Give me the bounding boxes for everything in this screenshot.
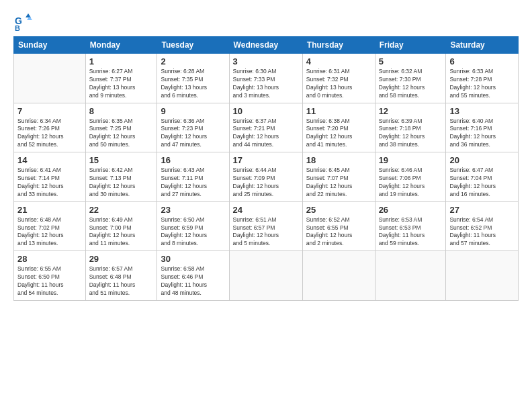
calendar-cell: 25Sunrise: 6:52 AM Sunset: 6:55 PM Dayli… xyxy=(302,201,375,251)
calendar-cell: 7Sunrise: 6:34 AM Sunset: 7:26 PM Daylig… xyxy=(14,103,86,152)
weekday-header-sunday: Sunday xyxy=(14,37,86,54)
calendar-cell: 19Sunrise: 6:46 AM Sunset: 7:06 PM Dayli… xyxy=(375,152,446,202)
day-info: Sunrise: 6:44 AM Sunset: 7:09 PM Dayligh… xyxy=(233,167,299,199)
calendar-cell: 10Sunrise: 6:37 AM Sunset: 7:21 PM Dayli… xyxy=(229,103,302,152)
day-number: 10 xyxy=(233,106,299,116)
day-number: 25 xyxy=(306,205,371,215)
calendar-cell: 13Sunrise: 6:40 AM Sunset: 7:16 PM Dayli… xyxy=(446,103,519,152)
day-number: 26 xyxy=(379,205,443,215)
day-number: 4 xyxy=(306,56,371,66)
calendar-cell: 30Sunrise: 6:58 AM Sunset: 6:46 PM Dayli… xyxy=(157,251,229,301)
day-number: 6 xyxy=(449,56,515,66)
day-info: Sunrise: 6:51 AM Sunset: 6:57 PM Dayligh… xyxy=(233,216,299,248)
day-number: 29 xyxy=(89,254,154,264)
day-info: Sunrise: 6:35 AM Sunset: 7:25 PM Dayligh… xyxy=(89,118,154,150)
day-info: Sunrise: 6:31 AM Sunset: 7:32 PM Dayligh… xyxy=(306,68,371,100)
calendar-cell: 12Sunrise: 6:39 AM Sunset: 7:18 PM Dayli… xyxy=(375,103,446,152)
day-info: Sunrise: 6:33 AM Sunset: 7:28 PM Dayligh… xyxy=(449,68,515,100)
calendar-cell: 4Sunrise: 6:31 AM Sunset: 7:32 PM Daylig… xyxy=(302,54,375,103)
day-number: 8 xyxy=(89,106,154,116)
calendar-cell: 3Sunrise: 6:30 AM Sunset: 7:33 PM Daylig… xyxy=(229,54,302,103)
weekday-header-saturday: Saturday xyxy=(446,37,519,54)
calendar-cell: 17Sunrise: 6:44 AM Sunset: 7:09 PM Dayli… xyxy=(229,152,302,202)
calendar-cell: 2Sunrise: 6:28 AM Sunset: 7:35 PM Daylig… xyxy=(157,54,229,103)
calendar-cell: 15Sunrise: 6:42 AM Sunset: 7:13 PM Dayli… xyxy=(85,152,157,202)
day-number: 14 xyxy=(17,155,82,165)
day-info: Sunrise: 6:45 AM Sunset: 7:07 PM Dayligh… xyxy=(306,167,371,199)
day-info: Sunrise: 6:55 AM Sunset: 6:50 PM Dayligh… xyxy=(17,265,82,298)
day-info: Sunrise: 6:32 AM Sunset: 7:30 PM Dayligh… xyxy=(379,68,443,100)
day-info: Sunrise: 6:53 AM Sunset: 6:53 PM Dayligh… xyxy=(379,216,443,248)
day-info: Sunrise: 6:43 AM Sunset: 7:11 PM Dayligh… xyxy=(161,167,225,199)
logo-icon: G B xyxy=(13,12,32,31)
calendar-table: SundayMondayTuesdayWednesdayThursdayFrid… xyxy=(13,36,519,301)
weekday-header-wednesday: Wednesday xyxy=(229,37,302,54)
calendar-cell: 8Sunrise: 6:35 AM Sunset: 7:25 PM Daylig… xyxy=(85,103,157,152)
day-info: Sunrise: 6:39 AM Sunset: 7:18 PM Dayligh… xyxy=(379,118,443,150)
calendar-cell: 20Sunrise: 6:47 AM Sunset: 7:04 PM Dayli… xyxy=(446,152,519,202)
day-info: Sunrise: 6:48 AM Sunset: 7:02 PM Dayligh… xyxy=(17,216,82,248)
page: G B SundayMondayTuesdayWednesdayThursday… xyxy=(0,0,532,411)
day-info: Sunrise: 6:49 AM Sunset: 7:00 PM Dayligh… xyxy=(89,216,154,248)
svg-text:B: B xyxy=(15,24,20,31)
calendar-week-4: 21Sunrise: 6:48 AM Sunset: 7:02 PM Dayli… xyxy=(14,201,519,251)
day-number: 18 xyxy=(306,155,371,165)
weekday-header-monday: Monday xyxy=(85,37,157,54)
day-number: 13 xyxy=(449,106,515,116)
day-number: 7 xyxy=(17,106,82,116)
calendar-cell: 23Sunrise: 6:50 AM Sunset: 6:59 PM Dayli… xyxy=(157,201,229,251)
day-info: Sunrise: 6:58 AM Sunset: 6:46 PM Dayligh… xyxy=(161,265,225,298)
day-number: 22 xyxy=(89,205,154,215)
day-number: 11 xyxy=(306,106,371,116)
calendar-cell xyxy=(229,251,302,301)
calendar-week-2: 7Sunrise: 6:34 AM Sunset: 7:26 PM Daylig… xyxy=(14,103,519,152)
logo: G B xyxy=(13,12,34,31)
calendar-cell: 16Sunrise: 6:43 AM Sunset: 7:11 PM Dayli… xyxy=(157,152,229,202)
calendar-cell: 9Sunrise: 6:36 AM Sunset: 7:23 PM Daylig… xyxy=(157,103,229,152)
day-info: Sunrise: 6:37 AM Sunset: 7:21 PM Dayligh… xyxy=(233,118,299,150)
day-info: Sunrise: 6:54 AM Sunset: 6:52 PM Dayligh… xyxy=(449,216,515,248)
calendar-header-row: SundayMondayTuesdayWednesdayThursdayFrid… xyxy=(14,37,519,54)
day-info: Sunrise: 6:30 AM Sunset: 7:33 PM Dayligh… xyxy=(233,68,299,100)
day-number: 2 xyxy=(161,56,225,66)
day-info: Sunrise: 6:28 AM Sunset: 7:35 PM Dayligh… xyxy=(161,68,225,100)
day-info: Sunrise: 6:41 AM Sunset: 7:14 PM Dayligh… xyxy=(17,167,82,199)
day-number: 15 xyxy=(89,155,154,165)
day-number: 17 xyxy=(233,155,299,165)
calendar-cell: 26Sunrise: 6:53 AM Sunset: 6:53 PM Dayli… xyxy=(375,201,446,251)
day-number: 20 xyxy=(449,155,515,165)
svg-marker-2 xyxy=(26,13,31,17)
calendar-cell: 5Sunrise: 6:32 AM Sunset: 7:30 PM Daylig… xyxy=(375,54,446,103)
calendar-week-1: 1Sunrise: 6:27 AM Sunset: 7:37 PM Daylig… xyxy=(14,54,519,103)
calendar-cell xyxy=(375,251,446,301)
calendar-cell xyxy=(446,251,519,301)
weekday-header-friday: Friday xyxy=(375,37,446,54)
day-number: 30 xyxy=(161,254,225,264)
day-number: 16 xyxy=(161,155,225,165)
day-info: Sunrise: 6:38 AM Sunset: 7:20 PM Dayligh… xyxy=(306,118,371,150)
day-number: 3 xyxy=(233,56,299,66)
day-number: 19 xyxy=(379,155,443,165)
calendar-cell: 27Sunrise: 6:54 AM Sunset: 6:52 PM Dayli… xyxy=(446,201,519,251)
calendar-cell: 14Sunrise: 6:41 AM Sunset: 7:14 PM Dayli… xyxy=(14,152,86,202)
day-info: Sunrise: 6:47 AM Sunset: 7:04 PM Dayligh… xyxy=(449,167,515,199)
day-info: Sunrise: 6:57 AM Sunset: 6:48 PM Dayligh… xyxy=(89,265,154,298)
day-info: Sunrise: 6:52 AM Sunset: 6:55 PM Dayligh… xyxy=(306,216,371,248)
calendar-week-3: 14Sunrise: 6:41 AM Sunset: 7:14 PM Dayli… xyxy=(14,152,519,202)
calendar-cell: 21Sunrise: 6:48 AM Sunset: 7:02 PM Dayli… xyxy=(14,201,86,251)
calendar-cell: 22Sunrise: 6:49 AM Sunset: 7:00 PM Dayli… xyxy=(85,201,157,251)
day-number: 21 xyxy=(17,205,82,215)
weekday-header-thursday: Thursday xyxy=(302,37,375,54)
day-info: Sunrise: 6:40 AM Sunset: 7:16 PM Dayligh… xyxy=(449,118,515,150)
calendar-cell: 24Sunrise: 6:51 AM Sunset: 6:57 PM Dayli… xyxy=(229,201,302,251)
day-number: 28 xyxy=(17,254,82,264)
calendar-cell: 28Sunrise: 6:55 AM Sunset: 6:50 PM Dayli… xyxy=(14,251,86,301)
day-info: Sunrise: 6:27 AM Sunset: 7:37 PM Dayligh… xyxy=(89,68,154,100)
day-number: 9 xyxy=(161,106,225,116)
weekday-header-tuesday: Tuesday xyxy=(157,37,229,54)
calendar-cell: 1Sunrise: 6:27 AM Sunset: 7:37 PM Daylig… xyxy=(85,54,157,103)
day-info: Sunrise: 6:46 AM Sunset: 7:06 PM Dayligh… xyxy=(379,167,443,199)
calendar-cell: 18Sunrise: 6:45 AM Sunset: 7:07 PM Dayli… xyxy=(302,152,375,202)
calendar-cell: 6Sunrise: 6:33 AM Sunset: 7:28 PM Daylig… xyxy=(446,54,519,103)
day-number: 5 xyxy=(379,56,443,66)
